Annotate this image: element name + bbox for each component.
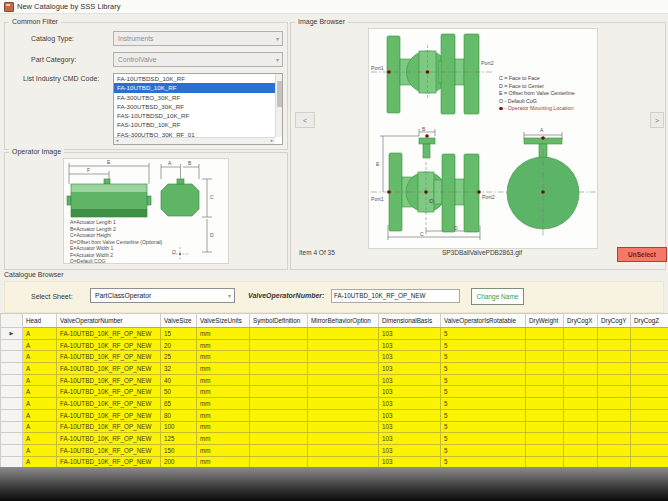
grid-cell[interactable]: [526, 421, 564, 433]
grid-cell[interactable]: 5: [441, 351, 526, 363]
grid-cell[interactable]: [308, 398, 379, 410]
grid-cell[interactable]: [250, 339, 308, 351]
grid-cell[interactable]: [564, 433, 598, 445]
scrollbar-thumb[interactable]: [277, 81, 282, 107]
grid-col-header[interactable]: SymbolDefinition: [250, 314, 308, 328]
grid-cell[interactable]: FA-10UTBD_10K_RF_OP_NEW: [57, 433, 161, 445]
grid-cell[interactable]: [631, 398, 668, 410]
grid-cell[interactable]: [526, 339, 564, 351]
grid-cell[interactable]: [598, 339, 631, 351]
grid-cell[interactable]: A: [23, 339, 57, 351]
cmd-code-item[interactable]: FAS-10UTBD_10K_RF: [114, 120, 275, 129]
grid-cell[interactable]: [526, 386, 564, 398]
grid-cell[interactable]: A: [23, 374, 57, 386]
grid-cell[interactable]: mm: [197, 409, 250, 421]
cmd-code-item[interactable]: FA-300UTBO_30K_RF: [114, 93, 275, 102]
grid-cell[interactable]: [526, 444, 564, 456]
grid-cell[interactable]: 15: [161, 328, 197, 340]
grid-cell[interactable]: 5: [441, 386, 526, 398]
grid-cell[interactable]: [564, 444, 598, 456]
grid-cell[interactable]: 5: [441, 339, 526, 351]
grid-cell[interactable]: [598, 409, 631, 421]
grid-cell[interactable]: 103: [379, 398, 441, 410]
grid-row-selector[interactable]: [1, 409, 23, 421]
grid-cell[interactable]: [598, 421, 631, 433]
grid-cell[interactable]: [564, 339, 598, 351]
grid-cell[interactable]: [564, 421, 598, 433]
grid-cell[interactable]: 103: [379, 351, 441, 363]
grid-cell[interactable]: [564, 386, 598, 398]
grid-cell[interactable]: 103: [379, 339, 441, 351]
grid-cell[interactable]: 5: [441, 433, 526, 445]
grid-cell[interactable]: FA-10UTBD_10K_RF_OP_NEW: [57, 444, 161, 456]
grid-cell[interactable]: [564, 363, 598, 375]
grid-cell[interactable]: A: [23, 328, 57, 340]
vertical-scrollbar[interactable]: [275, 74, 282, 137]
grid-cell[interactable]: FA-10UTBD_10K_RF_OP_NEW: [57, 456, 161, 468]
grid-cell[interactable]: 32: [161, 363, 197, 375]
grid-cell[interactable]: [598, 398, 631, 410]
grid-cell[interactable]: 65: [161, 398, 197, 410]
grid-cell[interactable]: A: [23, 363, 57, 375]
grid-cell[interactable]: [526, 363, 564, 375]
grid-cell[interactable]: 100: [161, 421, 197, 433]
grid-cell[interactable]: A: [23, 398, 57, 410]
grid-cell[interactable]: [526, 433, 564, 445]
grid-cell[interactable]: 20: [161, 339, 197, 351]
grid-cell[interactable]: 103: [379, 363, 441, 375]
grid-cell[interactable]: FA-10UTBD_10K_RF_OP_NEW: [57, 409, 161, 421]
grid-col-header[interactable]: DryCogX: [564, 314, 598, 328]
grid-row-selector[interactable]: ▶: [1, 328, 23, 340]
grid-cell[interactable]: 50: [161, 386, 197, 398]
grid-cell[interactable]: 103: [379, 444, 441, 456]
grid-cell[interactable]: [308, 351, 379, 363]
grid-cell[interactable]: mm: [197, 328, 250, 340]
grid-cell[interactable]: [526, 456, 564, 468]
grid-cell[interactable]: mm: [197, 386, 250, 398]
grid-col-header[interactable]: DryWeight: [526, 314, 564, 328]
scroll-left-icon[interactable]: ◄: [115, 138, 119, 143]
part-category-select[interactable]: ControlValve ▾: [113, 52, 283, 67]
catalog-type-select[interactable]: Instruments ▾: [113, 31, 283, 46]
grid-cell[interactable]: A: [23, 433, 57, 445]
grid-cell[interactable]: [564, 351, 598, 363]
grid-cell[interactable]: mm: [197, 444, 250, 456]
grid-cell[interactable]: [308, 386, 379, 398]
grid-cell[interactable]: [308, 456, 379, 468]
grid-cell[interactable]: A: [23, 386, 57, 398]
grid-cell[interactable]: [631, 421, 668, 433]
grid-cell[interactable]: 5: [441, 444, 526, 456]
grid-cell[interactable]: [250, 351, 308, 363]
grid-cell[interactable]: [598, 386, 631, 398]
grid-col-header[interactable]: ValveOperatorNumber: [57, 314, 161, 328]
grid-cell[interactable]: 25: [161, 351, 197, 363]
grid-cell[interactable]: FA-10UTBD_10K_RF_OP_NEW: [57, 351, 161, 363]
grid-cell[interactable]: mm: [197, 421, 250, 433]
grid-cell[interactable]: [631, 386, 668, 398]
grid-cell[interactable]: [526, 374, 564, 386]
grid-cell[interactable]: [526, 328, 564, 340]
grid-cell[interactable]: FA-10UTBD_10K_RF_OP_NEW: [57, 386, 161, 398]
grid-cell[interactable]: 103: [379, 374, 441, 386]
grid-col-header[interactable]: MirrorBehaviorOption: [308, 314, 379, 328]
grid-cell[interactable]: [598, 374, 631, 386]
grid-cell[interactable]: [631, 456, 668, 468]
grid-cell[interactable]: [250, 363, 308, 375]
grid-col-header[interactable]: ValveSize: [161, 314, 197, 328]
grid-row-selector[interactable]: [1, 386, 23, 398]
valve-operator-number-input[interactable]: FA-10UTBD_10K_RF_OP_NEW: [331, 289, 460, 303]
grid-row-selector[interactable]: [1, 456, 23, 468]
grid-cell[interactable]: A: [23, 456, 57, 468]
grid-cell[interactable]: 103: [379, 409, 441, 421]
grid-cell[interactable]: [250, 433, 308, 445]
grid-cell[interactable]: [250, 398, 308, 410]
grid-cell[interactable]: [598, 433, 631, 445]
cmd-code-item[interactable]: FA-10UTBD_10K_RF: [114, 83, 275, 92]
grid-cell[interactable]: FA-10UTBD_10K_RF_OP_NEW: [57, 398, 161, 410]
grid-col-header[interactable]: ValveOperatorIsRotatable: [441, 314, 526, 328]
grid-cell[interactable]: [308, 421, 379, 433]
grid-cell[interactable]: [631, 374, 668, 386]
grid-col-header[interactable]: DryCogZ: [631, 314, 668, 328]
grid-cell[interactable]: 103: [379, 386, 441, 398]
cmd-code-item[interactable]: FA-300UTBSD_30K_RF: [114, 102, 275, 111]
